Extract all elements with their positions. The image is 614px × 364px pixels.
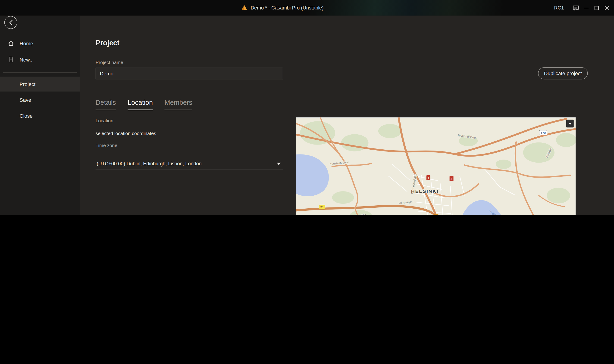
- chevron-down-icon: [568, 123, 572, 124]
- page-title: Project: [96, 39, 120, 47]
- sidebar-item-label: New...: [20, 56, 34, 62]
- new-document-icon: [8, 56, 14, 63]
- sidebar-item-label: Close: [20, 113, 33, 119]
- sidebar-item-home[interactable]: Home: [0, 36, 80, 51]
- sidebar-item-save[interactable]: Save: [0, 92, 80, 107]
- location-map[interactable]: 51 170 1 4 Kuusisaarentie Länsiväylä Lau…: [296, 117, 576, 215]
- feedback-icon[interactable]: [570, 0, 581, 16]
- titlebar: Demo * - Casambi Pro (Unstable) RC1: [0, 0, 614, 16]
- sidebar-item-new[interactable]: New...: [0, 52, 80, 67]
- shield-1: 1: [427, 176, 429, 180]
- tab-members[interactable]: Members: [165, 99, 192, 110]
- maximize-button[interactable]: [591, 0, 601, 16]
- back-button[interactable]: [4, 16, 17, 29]
- main-content: Project Project name Duplicate project D…: [80, 16, 614, 215]
- tab-bar: Details Location Members: [96, 99, 192, 110]
- sidebar-item-label: Project: [20, 81, 35, 87]
- release-tag: RC1: [554, 5, 564, 11]
- home-icon: [8, 40, 14, 47]
- sidebar-item-label: Save: [20, 97, 31, 103]
- duplicate-project-button[interactable]: Duplicate project: [538, 67, 588, 79]
- timezone-value: (UTC+00:00) Dublin, Edinburgh, Lisbon, L…: [96, 161, 202, 167]
- tab-location[interactable]: Location: [128, 99, 153, 110]
- close-button[interactable]: [601, 0, 612, 16]
- timezone-label: Time zone: [96, 143, 117, 148]
- shield-170: 170: [541, 131, 546, 135]
- city-label: HELSINKI: [411, 188, 439, 194]
- minimize-button[interactable]: [581, 0, 591, 16]
- app-window: Demo * - Casambi Pro (Unstable) RC1: [0, 0, 614, 215]
- shield-51: 51: [320, 206, 324, 209]
- timezone-select[interactable]: (UTC+00:00) Dublin, Edinburgh, Lisbon, L…: [96, 158, 283, 169]
- project-name-input[interactable]: [96, 68, 283, 79]
- back-arrow-icon: [8, 19, 14, 26]
- shield-4: 4: [450, 177, 452, 181]
- chevron-down-icon: [277, 163, 281, 165]
- casambi-logo-icon: [241, 5, 247, 11]
- sidebar-divider: [3, 72, 77, 73]
- selected-coordinates-label: selected location coordinates: [96, 131, 156, 136]
- location-label: Location: [96, 118, 113, 124]
- sidebar: Home New... Project Save Close A: [0, 16, 80, 215]
- sidebar-item-close[interactable]: Close: [0, 108, 80, 123]
- project-name-label: Project name: [96, 60, 123, 65]
- sidebar-item-label: Home: [20, 40, 33, 46]
- tab-details[interactable]: Details: [96, 99, 116, 110]
- titlebar-controls: RC1: [554, 0, 614, 16]
- titlebar-title-group: Demo * - Casambi Pro (Unstable): [241, 0, 323, 16]
- sidebar-item-project[interactable]: Project: [0, 77, 80, 91]
- map-canvas: 51 170 1 4 Kuusisaarentie Länsiväylä Lau…: [296, 117, 576, 215]
- window-title: Demo * - Casambi Pro (Unstable): [251, 5, 324, 11]
- map-layers-dropdown-button[interactable]: [566, 120, 574, 128]
